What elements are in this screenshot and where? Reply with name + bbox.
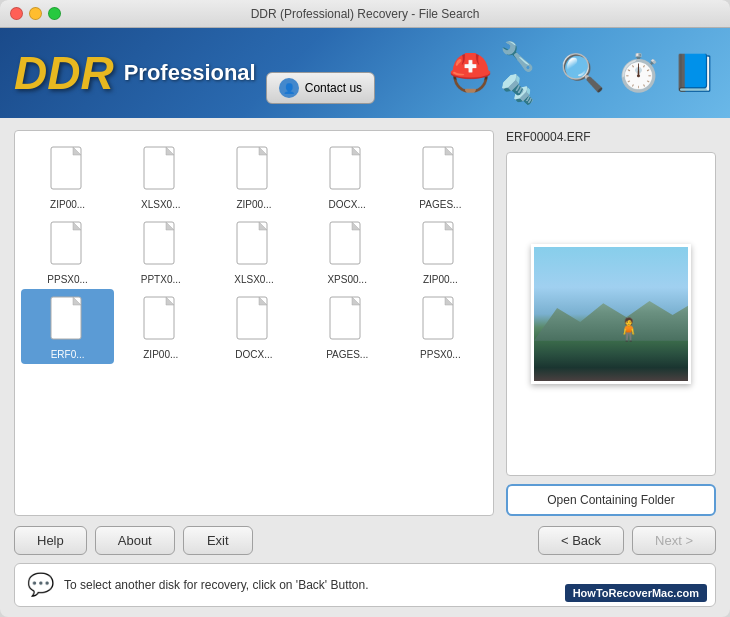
about-button[interactable]: About: [95, 526, 175, 555]
titlebar-controls[interactable]: [10, 7, 61, 20]
file-item[interactable]: DOCX...: [301, 139, 394, 214]
header-icons: ⛑️ 🔧🔩 🔍 ⏱️ 📘: [444, 47, 720, 99]
file-item[interactable]: ERF0...: [21, 289, 114, 364]
right-buttons: < Back Next >: [538, 526, 716, 555]
file-label: PAGES...: [311, 349, 383, 360]
file-icon: [326, 295, 368, 345]
file-icon: [140, 145, 182, 195]
file-icon: [233, 220, 275, 270]
file-item[interactable]: PAGES...: [301, 289, 394, 364]
file-icon: [140, 220, 182, 270]
minimize-button[interactable]: [29, 7, 42, 20]
file-item[interactable]: PPSX0...: [394, 289, 487, 364]
file-icon: [47, 295, 89, 345]
file-item[interactable]: ZIP00...: [114, 289, 207, 364]
file-label: PPSX0...: [404, 349, 476, 360]
left-buttons: Help About Exit: [14, 526, 253, 555]
exit-button[interactable]: Exit: [183, 526, 253, 555]
file-icon: [419, 145, 461, 195]
header: DDR Professional 👤 Contact us ⛑️ 🔧🔩 🔍 ⏱️…: [0, 28, 730, 118]
magnifier-icon: 🔍: [556, 47, 608, 99]
preview-filename: ERF00004.ERF: [506, 130, 716, 144]
file-icon: [233, 295, 275, 345]
file-label: ZIP00...: [218, 199, 290, 210]
file-label: PPTX0...: [125, 274, 197, 285]
file-item[interactable]: PPTX0...: [114, 214, 207, 289]
maximize-button[interactable]: [48, 7, 61, 20]
open-folder-button[interactable]: Open Containing Folder: [506, 484, 716, 516]
file-label: DOCX...: [311, 199, 383, 210]
content-row: ZIP00...XLSX0...ZIP00...DOCX...PAGES...P…: [14, 130, 716, 516]
logo: DDR Professional: [14, 50, 256, 96]
file-item[interactable]: ZIP00...: [394, 214, 487, 289]
file-item[interactable]: ZIP00...: [207, 139, 300, 214]
book-icon: 📘: [668, 47, 720, 99]
preview-panel: ERF00004.ERF Open Containing Folder: [506, 130, 716, 516]
file-item[interactable]: PAGES...: [394, 139, 487, 214]
file-label: XPS00...: [311, 274, 383, 285]
contact-icon: 👤: [279, 78, 299, 98]
window-title: DDR (Professional) Recovery - File Searc…: [251, 7, 480, 21]
file-icon: [140, 295, 182, 345]
bottom-buttons: Help About Exit < Back Next >: [14, 526, 716, 555]
status-icon: 💬: [27, 572, 54, 598]
file-label: ERF0...: [32, 349, 104, 360]
preview-box: [506, 152, 716, 476]
file-icon: [47, 145, 89, 195]
ddr-logo-text: DDR: [14, 50, 114, 96]
watermark: HowToRecoverMac.com: [565, 584, 707, 602]
file-icon: [419, 220, 461, 270]
file-icon: [419, 295, 461, 345]
file-item[interactable]: DOCX...: [207, 289, 300, 364]
professional-logo-text: Professional: [124, 60, 256, 86]
file-label: ZIP00...: [404, 274, 476, 285]
file-item[interactable]: ZIP00...: [21, 139, 114, 214]
hardhat-icon: ⛑️: [444, 47, 496, 99]
file-item[interactable]: PPSX0...: [21, 214, 114, 289]
status-message: To select another disk for recovery, cli…: [64, 578, 369, 592]
file-label: ZIP00...: [32, 199, 104, 210]
file-label: DOCX...: [218, 349, 290, 360]
tools-icon: 🔧🔩: [500, 47, 552, 99]
stopwatch-icon: ⏱️: [612, 47, 664, 99]
file-label: PPSX0...: [32, 274, 104, 285]
file-item[interactable]: XPS00...: [301, 214, 394, 289]
contact-button[interactable]: 👤 Contact us: [266, 72, 375, 104]
file-label: XLSX0...: [125, 199, 197, 210]
next-button[interactable]: Next >: [632, 526, 716, 555]
file-icon: [326, 220, 368, 270]
file-item[interactable]: XLSX0...: [114, 139, 207, 214]
file-icon: [233, 145, 275, 195]
file-icon: [47, 220, 89, 270]
help-button[interactable]: Help: [14, 526, 87, 555]
contact-label: Contact us: [305, 81, 362, 95]
file-label: XLSX0...: [218, 274, 290, 285]
titlebar: DDR (Professional) Recovery - File Searc…: [0, 0, 730, 28]
file-icon: [326, 145, 368, 195]
file-label: ZIP00...: [125, 349, 197, 360]
back-button[interactable]: < Back: [538, 526, 624, 555]
file-list-panel[interactable]: ZIP00...XLSX0...ZIP00...DOCX...PAGES...P…: [14, 130, 494, 516]
preview-image: [531, 244, 691, 384]
main-content: ZIP00...XLSX0...ZIP00...DOCX...PAGES...P…: [0, 118, 730, 617]
close-button[interactable]: [10, 7, 23, 20]
file-item[interactable]: XLSX0...: [207, 214, 300, 289]
status-bar: 💬 To select another disk for recovery, c…: [14, 563, 716, 607]
file-label: PAGES...: [404, 199, 476, 210]
